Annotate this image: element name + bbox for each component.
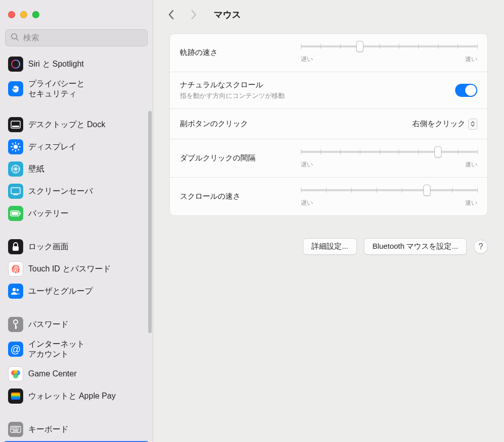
- slider-knob[interactable]: [434, 146, 442, 157]
- svg-point-2: [12, 60, 20, 68]
- key-icon: [8, 317, 23, 332]
- double-click-speed-slider[interactable]: [301, 147, 477, 156]
- nav-forward-button: [187, 9, 200, 21]
- slider-knob[interactable]: [423, 185, 430, 196]
- sidebar-item[interactable]: デスクトップと Dock: [3, 114, 150, 135]
- svg-point-35: [14, 370, 18, 374]
- sidebar-item-label: ディスプレイ: [28, 142, 77, 152]
- slider-knob[interactable]: [356, 41, 363, 52]
- scroll-speed-slider[interactable]: [301, 186, 477, 195]
- advanced-button[interactable]: 詳細設定...: [303, 238, 357, 255]
- sidebar-item[interactable]: ユーザとグループ: [3, 281, 150, 302]
- svg-line-12: [18, 144, 19, 145]
- main-header: マウス: [153, 0, 504, 29]
- slider-max-label: 速い: [465, 199, 477, 207]
- svg-rect-47: [12, 429, 13, 430]
- double-click-speed-label: ダブルクリックの間隔: [180, 153, 293, 163]
- settings-panel: 軌跡の速さ 遅い 速い ナチュラルなスクロ: [169, 33, 488, 216]
- nav-back-button[interactable]: [165, 9, 177, 21]
- sidebar-scrollbar[interactable]: [148, 61, 153, 442]
- tracking-speed-slider[interactable]: [301, 42, 477, 51]
- sidebar-item[interactable]: パスワード: [3, 314, 150, 335]
- svg-line-13: [13, 149, 14, 150]
- row-scroll-speed: スクロールの速さ 遅い 速い: [170, 178, 487, 215]
- wallpaper-icon: [8, 161, 23, 177]
- wallet-icon: [8, 389, 23, 404]
- sidebar-item[interactable]: ディスプレイ: [3, 136, 150, 157]
- svg-point-16: [15, 165, 17, 168]
- sidebar-item-label: ウォレットと Apple Pay: [28, 391, 115, 401]
- footer: 詳細設定... Bluetooth マウスを設定... ?: [153, 228, 504, 255]
- sidebar-item-label: Game Center: [28, 369, 77, 379]
- main-panel: マウス 軌跡の速さ 遅い 速い: [153, 0, 504, 442]
- sidebar-item[interactable]: スクリーンセーバ: [3, 181, 150, 202]
- sidebar-list: Siri と Spotlightプライバシーと セキュリティデスクトップと Do…: [3, 53, 150, 442]
- slider-max-label: 速い: [465, 55, 477, 64]
- sidebar-item-label: スクリーンセーバ: [28, 186, 93, 196]
- row-double-click-speed: ダブルクリックの間隔 遅い 速い: [170, 139, 487, 178]
- bluetooth-setup-button[interactable]: Bluetooth マウスを設定...: [364, 238, 467, 255]
- svg-point-19: [17, 168, 20, 170]
- sidebar-item-label: プライバシーと セキュリティ: [28, 79, 85, 99]
- sidebar-scrollbar-thumb[interactable]: [148, 111, 152, 333]
- sidebar-item[interactable]: Siri と Spotlight: [3, 53, 150, 75]
- svg-rect-31: [15, 328, 17, 329]
- row-natural-scroll: ナチュラルなスクロール 指を動かす方向にコンテンツが移動: [170, 72, 487, 109]
- svg-point-28: [14, 320, 18, 324]
- svg-rect-46: [18, 427, 19, 428]
- sidebar: Siri と Spotlightプライバシーと セキュリティデスクトップと Do…: [0, 0, 153, 442]
- maximize-window-button[interactable]: [32, 11, 39, 18]
- svg-rect-30: [15, 326, 17, 327]
- svg-point-5: [14, 145, 18, 149]
- secondary-click-select[interactable]: 右側をクリック: [412, 119, 477, 130]
- svg-rect-20: [11, 188, 20, 194]
- row-tracking-speed: 軌跡の速さ 遅い 速い: [170, 34, 487, 72]
- sidebar-item-label: ロック画面: [28, 242, 69, 252]
- slider-min-label: 遅い: [301, 55, 313, 64]
- svg-point-15: [15, 168, 17, 170]
- sidebar-item[interactable]: ロック画面: [3, 236, 150, 257]
- minimize-window-button[interactable]: [20, 11, 27, 18]
- toggle-knob: [465, 85, 476, 96]
- svg-rect-24: [20, 212, 21, 214]
- sidebar-item[interactable]: ウォレットと Apple Pay: [3, 385, 150, 407]
- svg-rect-50: [16, 429, 17, 430]
- svg-point-17: [15, 171, 17, 173]
- svg-rect-48: [13, 429, 14, 430]
- battery-icon: [8, 206, 23, 221]
- svg-rect-4: [12, 126, 19, 127]
- sidebar-item[interactable]: バッテリー: [3, 203, 150, 224]
- svg-rect-45: [16, 427, 17, 428]
- close-window-button[interactable]: [8, 11, 15, 18]
- slider-min-label: 遅い: [301, 160, 313, 169]
- svg-line-11: [18, 149, 19, 150]
- sidebar-item[interactable]: Game Center: [3, 363, 150, 384]
- fingerprint-icon: [8, 261, 23, 277]
- svg-rect-51: [18, 429, 19, 430]
- page-title: マウス: [214, 9, 241, 21]
- sidebar-item-label: ユーザとグループ: [28, 286, 93, 296]
- secondary-click-value: 右側をクリック: [412, 119, 465, 129]
- row-secondary-click: 副ボタンのクリック 右側をクリック: [170, 109, 487, 139]
- screensaver-icon: [8, 184, 23, 199]
- search-input[interactable]: [23, 33, 142, 42]
- svg-point-27: [17, 289, 19, 291]
- sidebar-item[interactable]: プライバシーと セキュリティ: [3, 76, 150, 102]
- sidebar-item[interactable]: @インターネット アカウント: [3, 336, 150, 362]
- tracking-speed-label: 軌跡の速さ: [180, 48, 293, 58]
- lock-icon: [8, 239, 23, 254]
- svg-rect-43: [13, 427, 14, 428]
- svg-point-26: [13, 288, 16, 291]
- slider-min-label: 遅い: [301, 199, 313, 207]
- updown-icon: [468, 119, 477, 130]
- settings-window: Siri と Spotlightプライバシーと セキュリティデスクトップと Do…: [0, 0, 504, 442]
- sidebar-item-label: パスワード: [28, 319, 69, 329]
- sidebar-item-label: インターネット アカウント: [28, 339, 85, 359]
- sidebar-item[interactable]: 壁紙: [3, 158, 150, 180]
- sidebar-item[interactable]: Touch ID とパスワード: [3, 258, 150, 280]
- sidebar-item[interactable]: キーボード: [3, 419, 150, 440]
- svg-rect-40: [11, 397, 20, 400]
- help-button[interactable]: ?: [474, 240, 488, 254]
- search-field[interactable]: [5, 29, 148, 46]
- natural-scroll-toggle[interactable]: [455, 84, 477, 97]
